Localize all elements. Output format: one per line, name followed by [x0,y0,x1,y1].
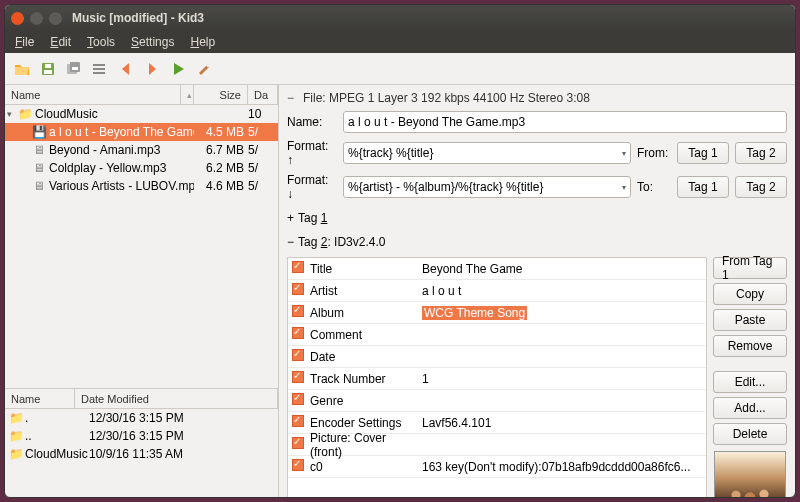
tag-row[interactable]: Album WCG Theme Song [288,302,706,324]
tag-checkbox[interactable] [288,459,308,474]
tag-row[interactable]: c0 163 key(Don't modify):07b18afb9dcddd0… [288,456,706,478]
tag1-header[interactable]: + Tag 1 [287,211,787,225]
tag-checkbox[interactable] [288,415,308,430]
next-icon[interactable] [141,58,163,80]
file-icon: 🖥 [31,143,47,157]
file-row[interactable]: 💾 a l o u t - Beyond The Game.mp3 4.5 MB… [5,123,278,141]
tag-checkbox[interactable] [288,261,308,276]
tag-value[interactable]: 1 [418,372,706,386]
open-icon[interactable] [11,58,33,80]
tag-checkbox[interactable] [288,349,308,364]
copy-button[interactable]: Copy [713,283,787,305]
folder-icon: 📁 [17,107,33,121]
tag-key: Genre [308,394,418,408]
from-tag2-button[interactable]: Tag 2 [735,142,787,164]
svg-rect-7 [93,68,105,70]
tag-key: Title [308,262,418,276]
tag-value[interactable]: Lavf56.4.101 [418,416,706,430]
collapse-icon[interactable]: − [287,235,294,249]
select-all-icon[interactable] [89,58,111,80]
format-dn-label: Format: ↓ [287,173,337,201]
file-row[interactable]: 🖥 Coldplay - Yellow.mp3 6.2 MB 5/ [5,159,278,177]
dir-col-date[interactable]: Date Modified [75,389,278,408]
tag-key: Album [308,306,418,320]
prev-icon[interactable] [115,58,137,80]
tag-value[interactable]: 163 key(Don't modify):07b18afb9dcddd00a8… [418,460,706,474]
maximize-icon[interactable] [49,12,62,25]
delete-button[interactable]: Delete [713,423,787,445]
expand-icon[interactable]: + [287,211,294,225]
tag2-header[interactable]: − Tag 2: ID3v2.4.0 [287,235,787,249]
tag-row[interactable]: Title Beyond The Game [288,258,706,280]
tag-checkbox[interactable] [288,305,308,320]
tag-checkbox[interactable] [288,437,308,452]
col-date[interactable]: Da [248,85,278,104]
tag-row[interactable]: Genre [288,390,706,412]
col-name[interactable]: Name [5,85,181,104]
menu-help[interactable]: Help [190,35,215,49]
tag-checkbox[interactable] [288,283,308,298]
add-button[interactable]: Add... [713,397,787,419]
folder-name: CloudMusic [33,107,194,121]
menu-file[interactable]: File [15,35,34,49]
tree-folder-row[interactable]: ▾ 📁 CloudMusic 10 [5,105,278,123]
dir-list[interactable]: Name Date Modified 📁 . 12/30/16 3:15 PM📁… [5,389,278,497]
tag-checkbox[interactable] [288,327,308,342]
tag-value[interactable]: a l o u t [418,284,706,298]
save-icon[interactable] [37,58,59,80]
tag-key: Date [308,350,418,364]
tag-row[interactable]: Comment [288,324,706,346]
folder-icon: 📁 [9,429,25,443]
tag-checkbox[interactable] [288,393,308,408]
tag-row[interactable]: Picture: Cover (front) [288,434,706,456]
dir-row[interactable]: 📁 CloudMusic 10/9/16 11:35 AM [5,445,278,463]
tag-checkbox[interactable] [288,371,308,386]
to-label: To: [637,180,671,194]
dir-list-header: Name Date Modified [5,389,278,409]
tag-row[interactable]: Date [288,346,706,368]
tag-row[interactable]: Artist a l o u t [288,280,706,302]
tag-value[interactable]: Beyond The Game [418,262,706,276]
file-icon: 🖥 [31,179,47,193]
from-tag1-button[interactable]: From Tag 1 [713,257,787,279]
tag-side-buttons: From Tag 1 Copy Paste Remove Edit... Add… [713,257,787,497]
file-row[interactable]: 🖥 Beyond - Amani.mp3 6.7 MB 5/ [5,141,278,159]
format-dn-combo[interactable]: %{artist} - %{album}/%{track} %{title}▾ [343,176,631,198]
remove-button[interactable]: Remove [713,335,787,357]
cover-art-thumbnail[interactable] [714,451,786,497]
tag-table[interactable]: Title Beyond The Game Artist a l o u t A… [287,257,707,497]
to-tag2-button[interactable]: Tag 2 [735,176,787,198]
name-input[interactable] [343,111,787,133]
configure-icon[interactable] [193,58,215,80]
file-list[interactable]: Name ▴ Size Da ▾ 📁 CloudMusic 10 💾 a l o… [5,85,278,389]
tag-key: Encoder Settings [308,416,418,430]
edit-button[interactable]: Edit... [713,371,787,393]
expand-icon[interactable]: ▾ [7,109,17,119]
file-name: Various Artists - LUBOV.mp3 [47,179,194,193]
file-row[interactable]: 🖥 Various Artists - LUBOV.mp3 4.6 MB 5/ [5,177,278,195]
format-up-label: Format: ↑ [287,139,337,167]
menubar: File Edit Tools Settings Help [5,31,795,53]
minimize-icon[interactable] [30,12,43,25]
close-icon[interactable] [11,12,24,25]
format-up-combo[interactable]: %{track} %{title}▾ [343,142,631,164]
svg-rect-5 [72,67,78,70]
tag-row[interactable]: Track Number 1 [288,368,706,390]
save-all-icon[interactable] [63,58,85,80]
dir-row[interactable]: 📁 . 12/30/16 3:15 PM [5,409,278,427]
dir-name: . [25,411,89,425]
menu-tools[interactable]: Tools [87,35,115,49]
tag-key: Track Number [308,372,418,386]
menu-settings[interactable]: Settings [131,35,174,49]
tag-key: c0 [308,460,418,474]
collapse-icon[interactable]: − [287,91,297,105]
from-tag1-button[interactable]: Tag 1 [677,142,729,164]
tag-value[interactable]: WCG Theme Song [418,306,706,320]
dir-col-name[interactable]: Name [5,389,75,408]
to-tag1-button[interactable]: Tag 1 [677,176,729,198]
menu-edit[interactable]: Edit [50,35,71,49]
paste-button[interactable]: Paste [713,309,787,331]
play-icon[interactable] [167,58,189,80]
dir-row[interactable]: 📁 .. 12/30/16 3:15 PM [5,427,278,445]
col-size[interactable]: Size [194,85,248,104]
